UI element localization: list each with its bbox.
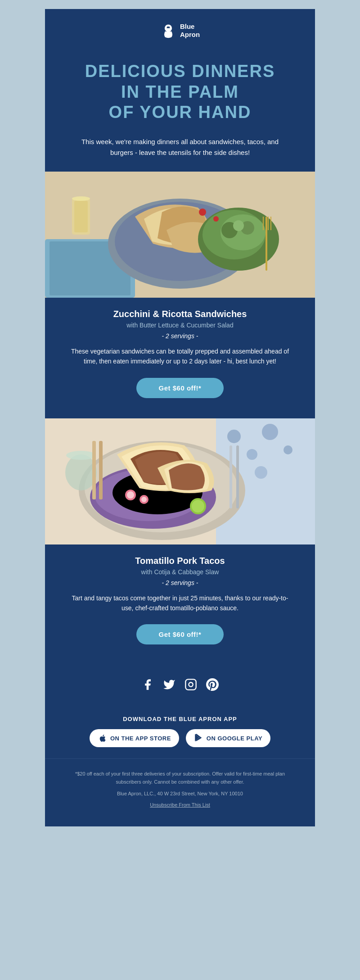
app-store-button[interactable]: ON THE APP STORE xyxy=(90,729,179,747)
dish1-name: Zucchini & Ricotta Sandwiches xyxy=(68,309,292,319)
twitter-icon[interactable] xyxy=(163,678,176,691)
footer: *$20 off each of your first three delive… xyxy=(45,758,315,826)
social-section xyxy=(45,665,315,711)
svg-rect-42 xyxy=(92,441,96,499)
hero-subtitle: This week, we're making dinners all abou… xyxy=(72,136,288,158)
dish1-servings: - 2 servings - xyxy=(68,332,292,340)
dish1-subtitle: with Butter Lettuce & Cucumber Salad xyxy=(68,322,292,329)
download-section: DOWNLOAD THE BLUE APRON APP ON THE APP S… xyxy=(45,711,315,758)
footer-disclaimer: *$20 off each of your first three delive… xyxy=(63,770,297,786)
app-buttons-container: ON THE APP STORE ON GOOGLE PLAY xyxy=(54,729,306,747)
pinterest-icon[interactable] xyxy=(206,678,219,691)
logo: Blue Apron xyxy=(54,23,306,39)
hero-title: DELICIOUS DINNERS IN THE PALM OF YOUR HA… xyxy=(63,61,297,123)
google-play-label: ON GOOGLE PLAY xyxy=(207,735,262,742)
apple-icon xyxy=(98,734,107,743)
svg-point-20 xyxy=(199,209,206,216)
svg-point-35 xyxy=(127,491,134,499)
svg-rect-19 xyxy=(74,201,88,232)
dish2-cta-button[interactable]: Get $60 off!* xyxy=(136,624,224,644)
dish1-description: These vegetarian sandwiches can be total… xyxy=(68,346,292,367)
dish1-cta-button[interactable]: Get $60 off!* xyxy=(136,378,224,398)
svg-point-12 xyxy=(233,220,244,231)
svg-rect-14 xyxy=(263,217,264,230)
svg-point-24 xyxy=(227,430,241,443)
app-store-label: ON THE APP STORE xyxy=(110,735,171,742)
logo-text: Blue Apron xyxy=(180,23,200,39)
dish1-info: Zucchini & Ricotta Sandwiches with Butte… xyxy=(45,298,315,418)
svg-rect-13 xyxy=(266,217,267,271)
download-label: DOWNLOAD THE BLUE APRON APP xyxy=(54,716,306,722)
svg-rect-1 xyxy=(167,25,169,27)
dish2-image xyxy=(45,418,315,544)
dish2-servings: - 2 servings - xyxy=(68,579,292,586)
svg-point-37 xyxy=(141,497,147,502)
footer-address: Blue Apron, LLC., 40 W 23rd Street, New … xyxy=(63,790,297,798)
google-play-button[interactable]: ON GOOGLE PLAY xyxy=(186,729,270,747)
header: Blue Apron xyxy=(45,9,315,48)
svg-point-41 xyxy=(66,451,96,460)
svg-point-28 xyxy=(255,466,267,479)
google-play-icon xyxy=(194,734,203,743)
hero-title-section: DELICIOUS DINNERS IN THE PALM OF YOUR HA… xyxy=(45,48,315,132)
blue-apron-logo-icon xyxy=(160,23,176,39)
instagram-icon[interactable] xyxy=(184,678,197,691)
unsubscribe-link[interactable]: Unsubscribe From This List xyxy=(150,802,210,808)
facebook-icon[interactable] xyxy=(141,678,154,691)
dish2-name: Tomatillo Pork Tacos xyxy=(68,556,292,566)
svg-rect-15 xyxy=(268,217,269,230)
dish1-svg xyxy=(45,172,315,298)
svg-rect-45 xyxy=(236,445,239,508)
svg-rect-43 xyxy=(99,441,103,499)
svg-point-18 xyxy=(72,196,90,201)
svg-point-25 xyxy=(247,449,257,460)
social-icons-container xyxy=(54,678,306,691)
dish1-image xyxy=(45,172,315,298)
svg-point-21 xyxy=(213,216,219,222)
svg-point-27 xyxy=(284,445,292,454)
hero-subtitle-section: This week, we're making dinners all abou… xyxy=(45,132,315,172)
svg-rect-46 xyxy=(185,680,196,690)
svg-point-26 xyxy=(262,424,278,440)
svg-rect-44 xyxy=(230,445,232,508)
dish2-description: Tart and tangy tacos come together in ju… xyxy=(68,593,292,613)
dish2-svg xyxy=(45,418,315,544)
dish2-subtitle: with Cotija & Cabbage Slaw xyxy=(68,568,292,576)
svg-rect-16 xyxy=(270,217,271,230)
dish2-info: Tomatillo Pork Tacos with Cotija & Cabba… xyxy=(45,544,315,665)
svg-point-39 xyxy=(192,500,204,513)
